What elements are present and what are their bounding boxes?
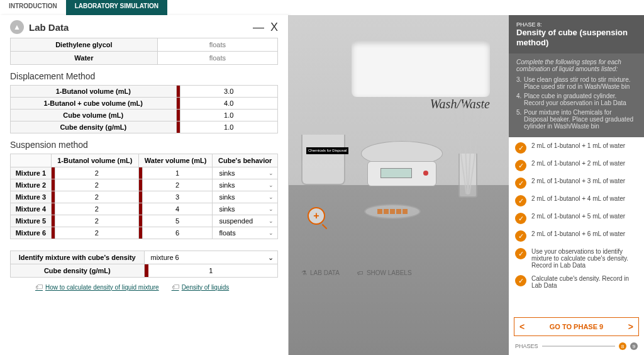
table-header: 1-Butanol volume (mL) (51, 154, 138, 167)
chevron-right-icon: > (628, 322, 633, 332)
tag-icon: 🏷 (35, 283, 43, 291)
checklist-item[interactable]: ✓2 mL of 1-butanol + 3 mL of water (515, 178, 638, 189)
behavior-select[interactable]: floats⌄ (213, 227, 278, 239)
water-value[interactable]: 3 (142, 191, 212, 203)
behavior-select[interactable]: suspended⌄ (213, 215, 278, 227)
lab-data-toggle[interactable]: ⚗LAB DATA (301, 269, 340, 276)
disposal-beaker[interactable] (301, 135, 345, 185)
stir-rods[interactable] (452, 103, 484, 198)
phase-slider[interactable] (542, 346, 615, 347)
minimize-button[interactable]: — (253, 21, 264, 34)
check-icon: ✓ (515, 230, 526, 242)
water-value[interactable]: 2 (142, 179, 212, 191)
water-value[interactable]: 6 (142, 227, 212, 239)
behavior-select[interactable]: sinks⌄ (213, 191, 278, 203)
displacement-title: Displacement Method (10, 71, 278, 81)
panel-title: Lab Data (29, 22, 69, 33)
table-header: Cube's behavior (213, 154, 278, 167)
table-row-label: Mixture 4 (11, 203, 52, 215)
check-icon: ✓ (515, 142, 526, 154)
chevron-down-icon: ⌄ (269, 170, 274, 176)
table-value[interactable]: 1.0 (180, 110, 278, 121)
phase-title: Density of cube (suspension method) (516, 28, 636, 47)
checklist-item[interactable]: ✓2 mL of 1-butanol + 5 mL of water (515, 213, 638, 224)
instruction-step: 3.Use clean glass stir rod to stir mixtu… (516, 76, 636, 90)
table-value[interactable]: 3.0 (180, 86, 278, 98)
cube-density-label: Cube density (g/mL) (11, 264, 145, 278)
butanol-value[interactable]: 2 (55, 215, 138, 227)
table-header (11, 154, 52, 167)
table-label: 1-Butanol volume (mL) (11, 86, 177, 98)
butanol-value[interactable]: 2 (55, 203, 138, 215)
flask-icon: ▲ (10, 20, 24, 34)
butanol-value[interactable]: 2 (55, 167, 138, 179)
phase-panel: PHASE 8: Density of cube (suspension met… (509, 15, 644, 355)
table-row-label: Mixture 2 (11, 179, 52, 191)
behavior-select[interactable]: sinks⌄ (213, 167, 278, 179)
link-density-mixture[interactable]: 🏷How to calculate density of liquid mixt… (35, 283, 159, 291)
checklist-item[interactable]: ✓2 mL of 1-butanol + 4 mL of water (515, 195, 638, 206)
butanol-value[interactable]: 2 (55, 191, 138, 203)
table-row-label: Mixture 1 (11, 167, 52, 179)
checklist-item[interactable]: ✓2 mL of 1-butanol + 6 mL of water (515, 230, 638, 242)
table-row-label: Mixture 5 (11, 215, 52, 227)
checklist-item[interactable]: ✓Use your observations to identify mixtu… (515, 248, 638, 269)
checklist-item[interactable]: ✓Calculate cube's density. Record in Lab… (515, 275, 638, 289)
table-label: 1-Butanol + cube volume (mL) (11, 98, 177, 110)
phases-label: PHASES (515, 343, 538, 349)
chevron-left-icon: < (519, 322, 525, 332)
cube-density-value[interactable]: 1 (209, 267, 213, 274)
instruction-step: 4.Place cube in graduated cylinder. Reco… (516, 93, 636, 106)
flask-icon: ⚗ (301, 269, 307, 276)
chevron-down-icon: ⌄ (269, 230, 274, 236)
table-value: floats (157, 38, 277, 52)
table-label: Cube density (g/mL) (11, 121, 177, 133)
lab-data-panel: ▲ Lab Data — X Diethylene glycolfloatsWa… (0, 15, 289, 355)
phase-dot-next[interactable]: 9 (630, 342, 638, 350)
phase-dot-current[interactable]: 8 (619, 342, 626, 350)
show-labels-toggle[interactable]: 🏷SHOW LABELS (357, 269, 412, 276)
chevron-down-icon: ⌄ (269, 206, 274, 212)
check-icon: ✓ (515, 178, 526, 189)
wash-waste-bin[interactable] (352, 40, 490, 97)
identify-select[interactable]: mixture 6⌄ (144, 251, 278, 264)
table-value[interactable]: 1.0 (180, 121, 278, 133)
behavior-select[interactable]: sinks⌄ (213, 179, 278, 191)
balance-scale[interactable] (358, 141, 446, 191)
tab-laboratory-simulation[interactable]: LABORATORY SIMULATION (66, 0, 167, 15)
chevron-down-icon: ⌄ (269, 194, 274, 200)
checklist-item[interactable]: ✓2 mL of 1-butanol + 2 mL of water (515, 160, 638, 171)
water-value[interactable]: 1 (142, 167, 212, 179)
water-value[interactable]: 5 (142, 215, 212, 227)
table-row-label: Mixture 3 (11, 191, 52, 203)
tag-icon: 🏷 (357, 269, 364, 276)
simulation-area[interactable]: Wash/Waste Chemicals for Disposal + ⚗LAB… (289, 15, 509, 355)
phase-label: PHASE 8: (516, 21, 636, 28)
check-icon: ✓ (515, 248, 526, 259)
check-icon: ✓ (515, 160, 526, 171)
tab-introduction[interactable]: INTRODUCTION (0, 0, 66, 15)
butanol-value[interactable]: 2 (55, 179, 138, 191)
suspension-title: Suspension method (10, 140, 278, 150)
behavior-select[interactable]: sinks⌄ (213, 203, 278, 215)
water-value[interactable]: 4 (142, 203, 212, 215)
close-button[interactable]: X (270, 21, 278, 34)
chevron-down-icon: ⌄ (269, 182, 274, 188)
chevron-down-icon: ⌄ (269, 218, 274, 224)
table-row-label: Mixture 6 (11, 227, 52, 239)
instruction-step: 5.Pour mixture into Chemicals for Dispos… (516, 109, 636, 130)
table-value[interactable]: 4.0 (180, 98, 278, 110)
tag-icon: 🏷 (172, 283, 179, 291)
table-label: Water (11, 52, 158, 65)
go-to-phase-button[interactable]: < GO TO PHASE 9 > (514, 317, 639, 336)
checklist-item[interactable]: ✓2 mL of 1-butanol + 1 mL of water (515, 142, 638, 154)
butanol-value[interactable]: 2 (55, 227, 138, 239)
zoom-button[interactable]: + (308, 207, 325, 225)
disposal-beaker-label: Chemicals for Disposal (306, 147, 348, 154)
table-label: Cube volume (mL) (11, 110, 177, 121)
link-density-liquids[interactable]: 🏷Density of liquids (172, 283, 230, 291)
check-icon: ✓ (515, 275, 526, 286)
table-label: Diethylene glycol (11, 38, 158, 52)
table-header: Water volume (mL) (138, 154, 212, 167)
petri-dish-cubes[interactable] (364, 204, 421, 219)
